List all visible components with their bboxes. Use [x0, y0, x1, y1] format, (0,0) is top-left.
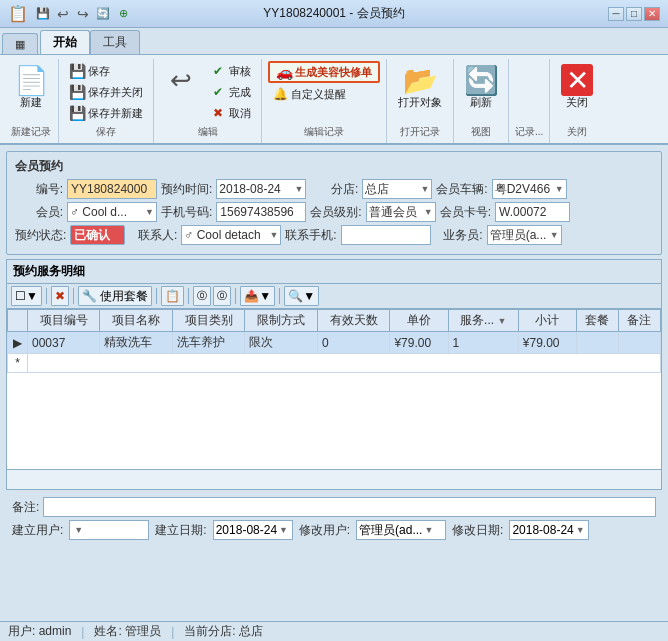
modify-date-field[interactable]: 2018-08-24 ▼ [509, 520, 589, 540]
cell-id[interactable]: 00037 [28, 332, 100, 354]
undo-quick-icon[interactable]: ↩ [54, 5, 72, 23]
new-record-button[interactable]: 📄 新建 [10, 61, 52, 112]
table-empty-row-1 [8, 373, 661, 391]
export-button[interactable]: 📤▼ [240, 286, 275, 306]
delete-row-button[interactable]: ✖ [51, 286, 69, 306]
close-window-button[interactable]: ✕ 关闭 [556, 61, 598, 112]
modify-user-field[interactable]: 管理员(ad... ▼ [356, 520, 446, 540]
status-field[interactable]: 已确认 [70, 225, 125, 245]
new-buttons: 📄 新建 [10, 61, 52, 123]
refresh-quick-icon[interactable]: 🔄 [94, 5, 112, 23]
branch-field[interactable]: 总店 ▼ [362, 179, 432, 199]
col-header-price[interactable]: 单价 [390, 310, 448, 332]
toolbar-sep-1 [46, 288, 47, 304]
quick-access-toolbar: 📋 💾 ↩ ↪ 🔄 ⊕ [8, 4, 132, 23]
tab-start[interactable]: 开始 [40, 30, 90, 54]
new-row-empty[interactable] [28, 354, 661, 373]
checkbox-dropdown-button[interactable]: ☐▼ [11, 286, 42, 306]
col-header-subtotal[interactable]: 小计 [518, 310, 576, 332]
cell-name[interactable]: 精致洗车 [100, 332, 172, 354]
menu-tab[interactable]: ▦ [2, 33, 38, 54]
status-bar: 用户: admin | 姓名: 管理员 | 当前分店: 总店 [0, 621, 668, 641]
use-package-button[interactable]: 🔧 使用套餐 [78, 286, 152, 306]
open-object-icon: 📂 [404, 64, 436, 96]
service-person-field[interactable]: 管理员(a... ▼ [487, 225, 562, 245]
ribbon-group-edit: ↩ ​ ✔ 审核 ✔ 完成 ✖ 取消 编辑 [154, 59, 262, 143]
modify-date-value: 2018-08-24 [512, 523, 573, 537]
cell-limit[interactable]: 限次 [245, 332, 317, 354]
row-indicator: ▶ [8, 332, 28, 354]
cell-subtotal[interactable]: ¥79.00 [518, 332, 576, 354]
member-level-label: 会员级别: [310, 204, 361, 221]
modify-user-label: 修改用户: [299, 522, 350, 539]
cell-remark[interactable] [618, 332, 660, 354]
ribbon-group-records: 记录... [509, 59, 550, 143]
create-date-field[interactable]: 2018-08-24 ▼ [213, 520, 293, 540]
save-button[interactable]: 💾 保存 [65, 61, 147, 81]
member-card-field[interactable]: W.00072 [495, 202, 570, 222]
complete-button[interactable]: ✔ 完成 [206, 82, 255, 102]
id-field[interactable]: YY180824000 [67, 179, 157, 199]
modify-user-dropdown: ▼ [424, 525, 433, 535]
service-person-label: 业务员: [435, 227, 483, 244]
redo-quick-icon[interactable]: ↪ [74, 5, 92, 23]
cell-package[interactable] [576, 332, 618, 354]
save-close-button[interactable]: 💾 保存并关闭 [65, 82, 147, 102]
refresh-button[interactable]: 🔄 刷新 [460, 61, 502, 112]
save-quick-icon[interactable]: 💾 [34, 5, 52, 23]
phone-field[interactable]: 15697438596 [216, 202, 306, 222]
col-header-days[interactable]: 有效天数 [317, 310, 389, 332]
member-card-label: 会员卡号: [440, 204, 491, 221]
col-header-service[interactable]: 服务... ▼ [448, 310, 518, 332]
maximize-button[interactable]: □ [626, 7, 642, 21]
member-label: 会员: [15, 204, 63, 221]
remark-row: 备注: [12, 497, 656, 517]
create-user-field[interactable]: ▼ [69, 520, 149, 540]
app-menu-icon[interactable]: 📋 [8, 4, 28, 23]
settings-quick-icon[interactable]: ⊕ [114, 5, 132, 23]
save-new-icon: 💾 [69, 105, 85, 121]
up-button[interactable]: ⓪ [193, 286, 211, 306]
audit-icon: ✔ [210, 64, 226, 78]
search-button[interactable]: 🔍▼ [284, 286, 319, 306]
col-header-id[interactable]: 项目编号 [28, 310, 100, 332]
reserve-time-field[interactable]: 2018-08-24 ▼ [216, 179, 306, 199]
col-header-name[interactable]: 项目名称 [100, 310, 172, 332]
tab-tools[interactable]: 工具 [90, 30, 140, 54]
copy-button[interactable]: 📋 [161, 286, 184, 306]
cell-days[interactable]: 0 [317, 332, 389, 354]
undo-button[interactable]: ↩ ​ [160, 61, 202, 111]
audit-button[interactable]: ✔ 审核 [206, 61, 255, 81]
cell-service[interactable]: 1 [448, 332, 518, 354]
ribbon-group-edit-label: 编辑 [160, 125, 255, 141]
cancel-button[interactable]: ✖ 取消 [206, 103, 255, 123]
member-field[interactable]: ♂ Cool d... ▼ [67, 202, 157, 222]
save-new-button[interactable]: 💾 保存并新建 [65, 103, 147, 123]
open-object-button[interactable]: 📂 打开对象 [393, 61, 447, 112]
table-new-row[interactable]: * [8, 354, 661, 373]
col-header-remark[interactable]: 备注 [618, 310, 660, 332]
refresh-icon: 🔄 [465, 64, 497, 96]
contact-field[interactable]: ♂ Cool detach ▼ [181, 225, 281, 245]
col-header-package[interactable]: 套餐 [576, 310, 618, 332]
remark-field[interactable] [43, 497, 656, 517]
cell-price[interactable]: ¥79.00 [390, 332, 448, 354]
member-level-field[interactable]: 普通会员 ▼ [366, 202, 436, 222]
new-row-indicator: * [8, 354, 28, 373]
contact-phone-field[interactable] [341, 225, 431, 245]
custom-reminder-button[interactable]: 🔔 自定义提醒 [268, 84, 380, 104]
car-field[interactable]: 粤D2V466 ▼ [492, 179, 567, 199]
save-icon: 💾 [69, 63, 85, 79]
down-button[interactable]: ⓪ [213, 286, 231, 306]
table-toolbar: ☐▼ ✖ 🔧 使用套餐 📋 ⓪ ⓪ 📤▼ 🔍▼ [7, 284, 661, 309]
edit-record-buttons: 🚗 生成美容快修单 🔔 自定义提醒 [268, 61, 380, 123]
table-empty-row-3 [8, 409, 661, 427]
table-row[interactable]: ▶ 00037 精致洗车 洗车养护 限次 0 ¥79.00 1 ¥79.00 [8, 332, 661, 354]
col-header-limit[interactable]: 限制方式 [245, 310, 317, 332]
cell-category[interactable]: 洗车养护 [172, 332, 244, 354]
minimize-button[interactable]: ─ [608, 7, 624, 21]
generate-beauty-button[interactable]: 🚗 生成美容快修单 [268, 61, 380, 83]
close-button[interactable]: ✕ [644, 7, 660, 21]
title-buttons[interactable]: ─ □ ✕ [608, 7, 660, 21]
col-header-category[interactable]: 项目类别 [172, 310, 244, 332]
